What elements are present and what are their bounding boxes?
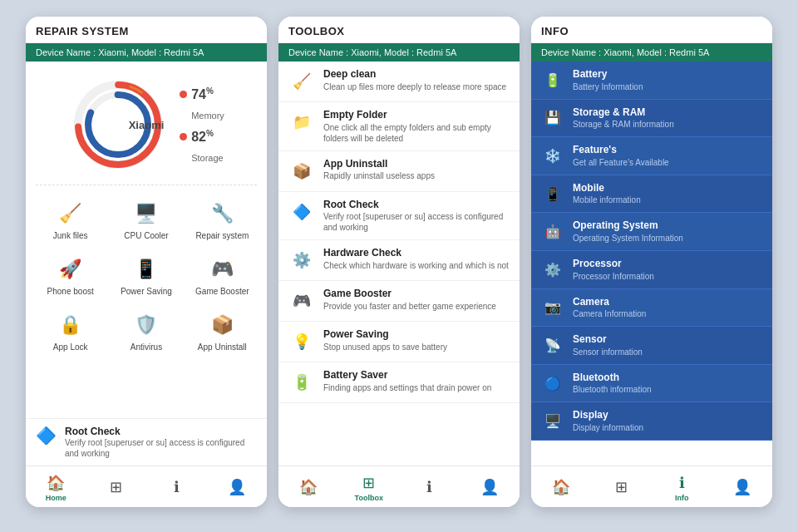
tb-app-uninstall-icon: 📦: [288, 158, 315, 185]
info-profile-icon: 👤: [733, 478, 751, 496]
battery-saver-text: Battery Saver Finding apps and settings …: [323, 369, 491, 393]
tb-empty-folder[interactable]: 📁 Empty Folder One click all the empty f…: [278, 102, 520, 151]
repair-bottom-nav: 🏠 Home ⊞ ℹ 👤: [26, 466, 267, 507]
tb-power-saving[interactable]: 💡 Power Saving Stop unused apps to save …: [278, 322, 520, 362]
tb-power-saving-title: Power Saving: [323, 328, 447, 342]
info-storage-ram[interactable]: 💾 Storage & RAM Storage & RAM informatio…: [531, 100, 772, 138]
info-features[interactable]: ❄️ Feature's Get all Feature's Available: [531, 137, 772, 175]
os-text: Operating System Operating System Inform…: [573, 219, 683, 244]
battery-saver-title: Battery Saver: [323, 369, 491, 382]
info-bottom-nav: 🏠 ⊞ ℹ Info 👤: [531, 466, 772, 507]
tb-app-uninstall[interactable]: 📦 App Uninstall Rapidly uninstall useles…: [278, 151, 520, 192]
storage-ram-title: Storage & RAM: [573, 106, 674, 120]
tool-cpu-cooler[interactable]: 🖥️ CPU Cooler: [110, 194, 182, 246]
tb-battery-saver[interactable]: 🔋 Battery Saver Finding apps and setting…: [278, 362, 520, 403]
info-grid-icon: ⊞: [615, 478, 628, 496]
tb-deep-clean[interactable]: 🧹 Deep clean Clean up files more deeply …: [278, 62, 520, 102]
phone-boost-icon: 🚀: [56, 254, 86, 284]
info-nav-grid[interactable]: ⊞: [601, 478, 643, 498]
root-check-icon: 🔷: [36, 426, 57, 446]
info-info-label: Info: [675, 494, 689, 502]
info-nav-home[interactable]: 🏠: [540, 478, 582, 498]
info-bluetooth[interactable]: 🔵 Bluetooth Bluetooth information: [531, 365, 772, 403]
tool-app-uninstall[interactable]: 📦 App Uninstall: [186, 305, 259, 357]
display-text: Display Display information: [573, 409, 643, 433]
info-camera[interactable]: 📷 Camera Camera Information: [531, 289, 772, 328]
display-sub: Display information: [573, 422, 643, 433]
tb-hardware-check[interactable]: ⚙️ Hardware Check Check which hardware i…: [278, 240, 520, 281]
nav-grid[interactable]: ⊞: [96, 478, 137, 498]
os-title: Operating System: [573, 219, 683, 233]
tb-power-saving-text: Power Saving Stop unused apps to save ba…: [323, 328, 447, 352]
tool-repair-system[interactable]: 🔧 Repair system: [186, 194, 259, 246]
camera-sub: Camera Information: [573, 308, 646, 319]
tool-antivirus[interactable]: 🛡️ Antivirus: [110, 305, 182, 357]
tb-root-check[interactable]: 🔷 Root Check Verify root [superuser or s…: [278, 192, 520, 241]
tool-power-saving[interactable]: 📱 Power Saving: [110, 249, 182, 302]
camera-title: Camera: [573, 296, 646, 309]
antivirus-icon: 🛡️: [131, 310, 161, 340]
tool-game-booster[interactable]: 🎮 Game Booster: [186, 249, 259, 302]
hardware-check-text: Hardware Check Check which hardware is w…: [323, 247, 509, 271]
info-title: INFO: [531, 17, 772, 43]
tb-nav-profile[interactable]: 👤: [469, 478, 510, 498]
tb-toolbox-icon: ⊞: [362, 474, 375, 492]
antivirus-label: Antivirus: [131, 342, 162, 352]
root-check-bar[interactable]: 🔷 Root Check Verify root [superuser or s…: [26, 418, 267, 466]
nav-info[interactable]: ℹ: [155, 478, 197, 498]
memory-label: Memory: [191, 111, 224, 121]
deep-clean-icon: 🧹: [288, 68, 315, 95]
storage-ram-text: Storage & RAM Storage & RAM information: [573, 106, 674, 131]
info-nav-profile[interactable]: 👤: [722, 478, 763, 498]
power-saving-icon: 📱: [131, 254, 161, 284]
os-sub: Operating System Information: [573, 233, 683, 244]
toolbox-panel: TOOLBOX Device Name : Xiaomi, Model : Re…: [278, 17, 520, 507]
display-title: Display: [573, 409, 643, 422]
repair-system-icon: 🔧: [207, 199, 237, 229]
info-nav-info[interactable]: ℹ Info: [661, 474, 702, 502]
camera-text: Camera Camera Information: [573, 296, 646, 320]
repair-system-label: Repair system: [195, 231, 249, 241]
toolbox-title: TOOLBOX: [278, 17, 520, 43]
info-battery[interactable]: 🔋 Battery Battery Information: [531, 62, 772, 100]
battery-icon: 🔋: [541, 68, 564, 91]
repair-title: REPAIR SYSTEM: [26, 17, 267, 43]
info-os[interactable]: 🤖 Operating System Operating System Info…: [531, 213, 772, 251]
root-check-subtitle: Verify root [superuser or su] access is …: [65, 437, 257, 459]
info-panel: INFO Device Name : Xiaomi, Model : Redmi…: [531, 17, 772, 507]
processor-text: Processor Processor Information: [573, 258, 654, 282]
storage-dot: [180, 133, 187, 140]
info-display[interactable]: 🖥️ Display Display information: [531, 402, 772, 441]
tool-app-lock[interactable]: 🔒 App Lock: [34, 305, 106, 357]
info-home-icon: 🏠: [552, 478, 570, 496]
tb-nav-info[interactable]: ℹ: [408, 478, 450, 498]
tb-power-saving-sub: Stop unused apps to save battery: [323, 342, 447, 352]
features-text: Feature's Get all Feature's Available: [573, 144, 669, 168]
screen-container: REPAIR SYSTEM Device Name : Xiaomi, Mode…: [0, 0, 798, 532]
tools-grid: 🧹 Junk files 🖥️ CPU Cooler 🔧 Repair syst…: [26, 189, 267, 362]
info-sensor[interactable]: 📡 Sensor Sensor information: [531, 327, 772, 365]
battery-sub: Battery Information: [573, 81, 643, 92]
gauge-stats: 74% Memory 82% Storage: [180, 86, 224, 164]
storage-label: Storage: [191, 153, 224, 163]
mobile-sub: Mobile information: [573, 195, 641, 205]
tb-nav-home[interactable]: 🏠: [288, 478, 329, 498]
nav-profile[interactable]: 👤: [216, 478, 258, 498]
tool-junk-files[interactable]: 🧹 Junk files: [34, 194, 106, 246]
tb-nav-toolbox[interactable]: ⊞ Toolbox: [348, 474, 390, 502]
battery-saver-sub: Finding apps and settings that drain pow…: [323, 382, 491, 393]
empty-folder-icon: 📁: [288, 109, 315, 135]
nav-home[interactable]: 🏠 Home: [35, 474, 76, 502]
cpu-cooler-label: CPU Cooler: [124, 231, 168, 241]
info-processor[interactable]: ⚙️ Processor Processor Information: [531, 251, 772, 289]
storage-ram-sub: Storage & RAM information: [573, 119, 674, 130]
empty-folder-title: Empty Folder: [323, 109, 510, 122]
info-mobile[interactable]: 📱 Mobile Mobile information: [531, 175, 772, 214]
sensor-icon: 📡: [541, 333, 564, 357]
tb-profile-icon: 👤: [480, 478, 499, 496]
tb-root-check-sub: Verify root [superuser or su] access is …: [323, 211, 510, 233]
hardware-check-sub: Check which hardware is working and whic…: [323, 260, 509, 271]
tb-game-booster[interactable]: 🎮 Game Booster Provide you faster and be…: [278, 281, 520, 322]
tool-phone-boost[interactable]: 🚀 Phone boost: [34, 249, 106, 302]
game-booster-icon: 🎮: [207, 254, 237, 284]
